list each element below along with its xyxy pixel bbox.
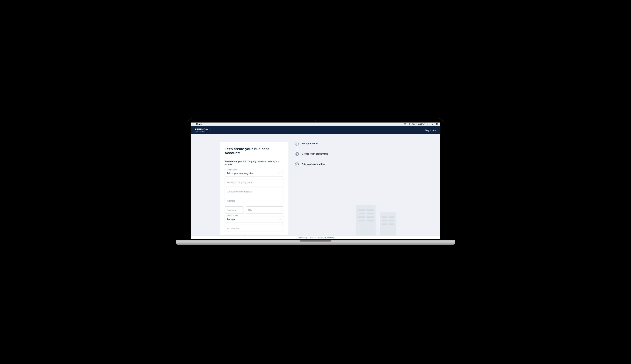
bluetooth-icon[interactable]	[409, 123, 410, 126]
page-title: Let's create your Business Account!	[225, 147, 283, 155]
camera-dot	[315, 120, 316, 121]
chevron-down-icon	[279, 172, 281, 174]
apple-icon[interactable]: 	[193, 123, 193, 126]
screen:  Finder Sun 1:44 PM	[191, 122, 440, 239]
phone-number-input[interactable]	[245, 234, 283, 236]
chevron-down-icon	[279, 218, 281, 220]
svg-point-8	[436, 124, 437, 125]
laptop-base	[176, 240, 455, 245]
menubar-app-name[interactable]: Finder	[196, 123, 202, 126]
company-size-select[interactable]: Tell us your company size	[225, 170, 283, 177]
volume-icon[interactable]	[404, 123, 406, 126]
svg-point-6	[436, 123, 437, 124]
step-1-label: Set up account	[302, 142, 318, 145]
phone-code-select[interactable]: +353	[225, 234, 242, 236]
step-3-label: Add payment method	[302, 162, 325, 165]
control-center-icon[interactable]	[436, 123, 438, 126]
spotlight-icon[interactable]	[432, 123, 434, 126]
logo-check-icon	[208, 128, 211, 130]
logo-subtext: FOR BUSINESS	[195, 131, 211, 132]
step-3-circle: 3	[295, 162, 299, 166]
footer-data-privacy-link[interactable]: Data Privacy	[297, 236, 308, 239]
laptop-frame:  Finder Sun 1:44 PM	[187, 118, 444, 246]
country-select[interactable]: Portugal	[225, 216, 283, 223]
company-name-input[interactable]	[225, 179, 283, 186]
step-3: 3 Add payment method	[295, 162, 328, 166]
country-label: Select Country	[226, 214, 238, 216]
city-input[interactable]	[246, 206, 283, 214]
tax-number-input[interactable]	[225, 225, 283, 232]
country-value: Portugal	[227, 218, 235, 220]
address-input[interactable]	[225, 197, 283, 204]
decor-buildings	[356, 207, 396, 236]
company-size-label: Company size	[226, 168, 238, 170]
company-size-value: Tell us your company size	[227, 172, 253, 174]
footer-imprint-link[interactable]: Imprint	[310, 236, 315, 239]
wifi-icon[interactable]	[427, 123, 429, 126]
app-header: FREENOW FOR BUSINESS Log in now	[191, 126, 440, 134]
macos-menubar:  Finder Sun 1:44 PM	[191, 122, 440, 126]
svg-point-0	[428, 125, 428, 125]
svg-point-7	[438, 124, 438, 124]
step-2: 2 Create login credentials	[295, 152, 328, 162]
step-2-label: Create login credentials	[302, 152, 328, 155]
logo-text: FREENOW	[195, 128, 208, 131]
page-body: Let's create your Business Account! Plea…	[191, 134, 440, 236]
company-email-input[interactable]	[225, 188, 283, 195]
step-connector	[297, 156, 297, 162]
signup-stepper: 1 Set up account 2 Create login credenti…	[295, 142, 328, 236]
step-connector	[297, 146, 297, 152]
menubar-time[interactable]: Sun 1:44 PM	[412, 123, 425, 126]
page-footer: Data Privacy Imprint Terms & Conditions	[191, 236, 440, 239]
brand-logo[interactable]: FREENOW FOR BUSINESS	[195, 128, 211, 132]
footer-terms-link[interactable]: Terms & Conditions	[318, 236, 334, 239]
svg-line-2	[433, 124, 434, 125]
step-1: 1 Set up account	[295, 142, 328, 152]
step-2-circle: 2	[295, 152, 299, 156]
step-1-circle: 1	[295, 142, 299, 146]
page-subtitle: Please enter your full company name and …	[225, 160, 283, 165]
postcode-input[interactable]	[225, 206, 244, 214]
signup-card: Let's create your Business Account! Plea…	[220, 142, 288, 236]
login-link[interactable]: Log in now	[425, 129, 436, 132]
